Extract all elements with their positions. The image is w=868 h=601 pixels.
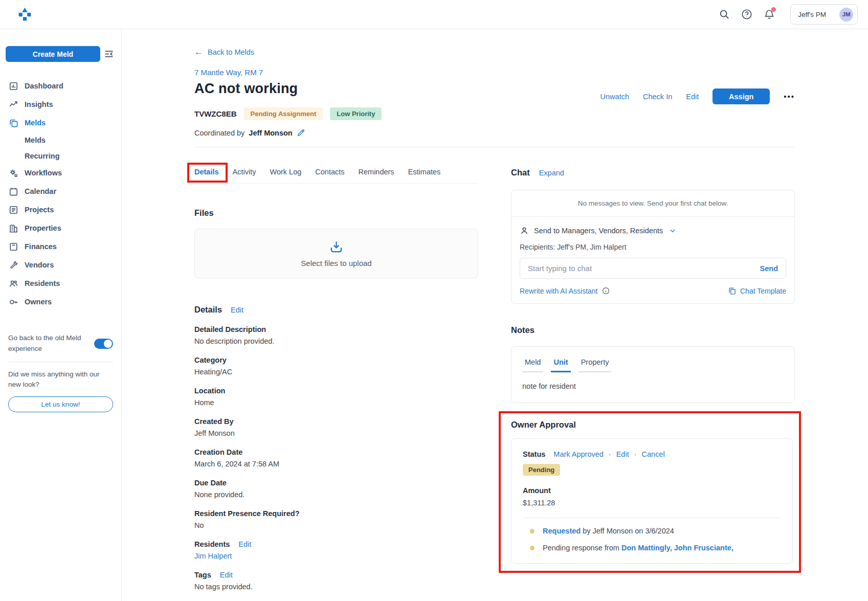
edit-tags-link[interactable]: Edit xyxy=(220,571,233,579)
sidebar-item-insights[interactable]: Insights xyxy=(0,95,121,114)
field-creation-date: Creation Date March 6, 2024 at 7:58 AM xyxy=(194,448,478,468)
sidebar-item-recurring[interactable]: Recurring xyxy=(0,148,121,164)
edit-approval-link[interactable]: Edit xyxy=(616,450,629,458)
collapse-sidebar-icon[interactable] xyxy=(104,49,115,59)
send-button[interactable]: Send xyxy=(760,264,778,273)
more-options-button[interactable]: ••• xyxy=(784,92,795,101)
sidebar-item-dashboard[interactable]: Dashboard xyxy=(0,77,121,95)
notifications-bell-icon[interactable] xyxy=(764,9,775,20)
feedback-prompt: Did we miss anything with our new look? xyxy=(8,369,113,390)
back-to-melds-link[interactable]: ← Back to Melds xyxy=(194,48,795,56)
sidebar-item-vendors[interactable]: Vendors xyxy=(0,256,121,274)
tab-activity[interactable]: Activity xyxy=(233,168,256,176)
sidebar-item-melds[interactable]: Melds xyxy=(0,114,121,132)
main-content: ← Back to Melds 7 Mantle Way, RM 7 AC no… xyxy=(122,0,868,591)
sidebar-item-properties[interactable]: Properties xyxy=(0,219,121,237)
notes-tab-unit[interactable]: Unit xyxy=(551,358,570,372)
search-icon[interactable] xyxy=(719,9,730,20)
owner-approval-heading: Owner Approval xyxy=(511,420,793,430)
edit-meld-button[interactable]: Edit xyxy=(686,93,699,101)
check-in-button[interactable]: Check In xyxy=(643,93,672,101)
people-icon xyxy=(9,279,18,288)
chat-card: No messages to view. Send your first cha… xyxy=(511,190,795,304)
org-name: Jeff's PM xyxy=(798,11,826,18)
chat-empty-message: No messages to view. Send your first cha… xyxy=(511,190,794,217)
amount-label: Amount xyxy=(523,486,781,495)
field-due-date: Due Date None provided. xyxy=(194,479,478,499)
files-heading: Files xyxy=(194,208,478,218)
chat-template-button[interactable]: Chat Template xyxy=(728,286,786,295)
notes-tab-property[interactable]: Property xyxy=(578,358,612,372)
edit-residents-link[interactable]: Edit xyxy=(238,540,251,548)
projects-icon xyxy=(9,205,18,215)
unwatch-button[interactable]: Unwatch xyxy=(600,93,629,101)
tab-work-log[interactable]: Work Log xyxy=(270,168,301,176)
resident-link[interactable]: Jim Halpert xyxy=(194,552,232,560)
let-us-know-button[interactable]: Let us know! xyxy=(8,396,113,412)
app-logo-icon[interactable] xyxy=(17,7,32,22)
file-upload-dropzone[interactable]: Select files to upload xyxy=(194,229,478,278)
edit-details-link[interactable]: Edit xyxy=(231,306,243,314)
cancel-approval-link[interactable]: Cancel xyxy=(642,450,665,458)
info-icon xyxy=(602,287,610,295)
expand-chat-link[interactable]: Expand xyxy=(539,169,564,177)
approval-divider xyxy=(523,518,781,518)
sidebar-item-label: Vendors xyxy=(25,261,54,269)
old-experience-toggle[interactable] xyxy=(94,339,113,349)
coordinated-by-label: Coordinated by xyxy=(194,129,244,137)
upload-icon xyxy=(329,239,344,254)
avatar: JM xyxy=(839,8,853,21)
sidebar-nav: Dashboard Insights Melds Melds Recurring xyxy=(0,77,121,311)
field-created-by: Created By Jeff Monson xyxy=(194,417,478,437)
properties-icon xyxy=(9,224,18,233)
edit-coordinator-pencil-icon[interactable] xyxy=(297,128,305,137)
chat-heading: Chat xyxy=(511,168,530,177)
sidebar-item-melds-sub[interactable]: Melds xyxy=(0,132,121,148)
header-actions: Unwatch Check In Edit Assign ••• xyxy=(600,88,795,104)
status-badge: Pending Assignment xyxy=(244,107,323,120)
field-resident-presence: Resident Presence Required? No xyxy=(194,509,478,529)
account-menu[interactable]: Jeff's PM JM xyxy=(790,4,858,25)
field-category: Category Heating/AC xyxy=(194,356,478,376)
amount-value: $1,311.28 xyxy=(523,499,781,507)
sidebar-item-label: Insights xyxy=(25,100,53,108)
insights-icon xyxy=(9,100,18,109)
sidebar-item-owners[interactable]: Owners xyxy=(0,293,121,311)
unit-address-link[interactable]: 7 Mantle Way, RM 7 xyxy=(194,68,263,77)
old-experience-toggle-label: Go back to the old Meld experience xyxy=(8,333,89,354)
old-experience-toggle-row: Go back to the old Meld experience xyxy=(0,333,121,354)
sidebar-item-finances[interactable]: Finances xyxy=(0,237,121,256)
tab-reminders[interactable]: Reminders xyxy=(359,168,394,176)
sidebar-item-residents[interactable]: Residents xyxy=(0,274,121,293)
sidebar-item-label: Melds xyxy=(25,119,46,127)
help-icon[interactable] xyxy=(741,9,752,20)
notification-dot xyxy=(771,7,776,12)
topbar: Jeff's PM JM xyxy=(0,0,868,29)
notes-tab-meld[interactable]: Meld xyxy=(522,358,543,372)
sidebar-item-projects[interactable]: Projects xyxy=(0,201,121,219)
calendar-icon xyxy=(9,187,18,196)
approval-pending-badge: Pending xyxy=(523,464,560,476)
tab-details[interactable]: Details xyxy=(194,168,219,176)
workflows-icon xyxy=(9,168,18,178)
sidebar-item-workflows[interactable]: Workflows xyxy=(0,164,121,182)
tab-estimates[interactable]: Estimates xyxy=(408,168,441,176)
mark-approved-link[interactable]: Mark Approved xyxy=(553,450,604,458)
notes-heading: Notes xyxy=(511,325,795,335)
sidebar-item-calendar[interactable]: Calendar xyxy=(0,182,121,201)
notes-card: Meld Unit Property note for resident xyxy=(511,346,795,403)
approval-event-pending-response: Pending response from Don Mattingly, Joh… xyxy=(523,544,781,552)
rewrite-ai-link[interactable]: Rewrite with AI Assistant xyxy=(520,287,598,295)
feedback-block: Did we miss anything with our new look? … xyxy=(8,362,113,413)
meld-tabs: Details Activity Work Log Contacts Remin… xyxy=(194,168,478,184)
tab-contacts[interactable]: Contacts xyxy=(315,168,344,176)
priority-badge: Low Priority xyxy=(330,107,382,120)
upload-label: Select files to upload xyxy=(301,259,371,268)
chat-input[interactable] xyxy=(528,264,760,273)
annotation-box-owner-approval: Owner Approval Status Mark Approved · Ed… xyxy=(499,411,801,573)
sidebar-item-label: Owners xyxy=(25,298,52,306)
chat-send-to-dropdown[interactable]: Send to Managers, Vendors, Residents xyxy=(520,226,786,235)
assign-button[interactable]: Assign xyxy=(713,88,770,104)
create-meld-button[interactable]: Create Meld xyxy=(6,46,100,62)
field-residents: Residents Edit Jim Halpert xyxy=(194,540,478,560)
